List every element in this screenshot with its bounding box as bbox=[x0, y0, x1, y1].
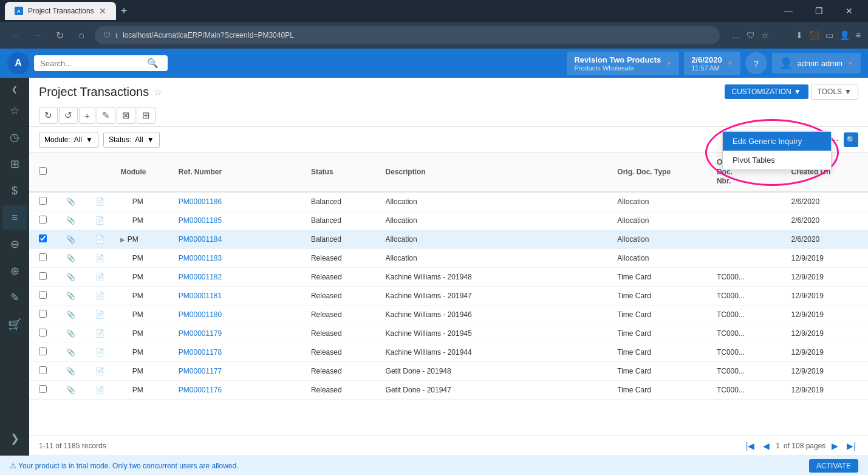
ref-link[interactable]: PM00001178 bbox=[179, 348, 222, 357]
ref-link[interactable]: PM00001186 bbox=[179, 197, 222, 206]
search-input[interactable] bbox=[40, 59, 143, 68]
col-header-desc[interactable]: Description bbox=[380, 153, 612, 192]
row-ref[interactable]: PM00001183 bbox=[173, 248, 305, 267]
bookmark-icon[interactable]: ☆ bbox=[761, 30, 769, 40]
date-selector[interactable]: 2/6/2020 11:57 AM ▼ bbox=[684, 52, 740, 75]
table-row[interactable]: 📎 📄 PM PM00001183 Released Allocation Al… bbox=[29, 248, 868, 267]
search-filter-icon[interactable]: 🔍 bbox=[844, 132, 858, 147]
tab-groups-icon[interactable]: ▭ bbox=[825, 30, 833, 40]
status-filter[interactable]: Status: All ▼ bbox=[103, 132, 160, 148]
row-checkbox[interactable] bbox=[39, 253, 47, 261]
ref-link[interactable]: PM00001179 bbox=[179, 329, 222, 338]
new-tab-button[interactable]: + bbox=[121, 5, 128, 18]
pivot-tables-item[interactable]: Pivot Tables bbox=[723, 151, 831, 169]
sidebar-collapse-top[interactable]: ❮ bbox=[9, 83, 20, 96]
row-ref[interactable]: PM00001179 bbox=[173, 324, 305, 343]
refresh-button[interactable]: ↻ bbox=[51, 27, 68, 44]
add-toolbar-button[interactable]: + bbox=[79, 108, 95, 124]
sidebar-item-transactions[interactable]: ≡ bbox=[2, 205, 27, 230]
row-checkbox-cell[interactable] bbox=[29, 192, 56, 211]
sidebar-item-shop[interactable]: 🛒 bbox=[2, 312, 27, 337]
more-dots-icon[interactable]: … bbox=[732, 30, 740, 40]
row-checkbox-cell[interactable] bbox=[29, 286, 56, 305]
browser-tab[interactable]: A Project Transactions ✕ bbox=[5, 2, 116, 20]
table-row[interactable]: 📎 📄 PM PM00001181 Released Kachine Willi… bbox=[29, 286, 868, 305]
col-header-status[interactable]: Status bbox=[305, 153, 380, 192]
row-ref[interactable]: PM00001181 bbox=[173, 286, 305, 305]
row-checkbox[interactable] bbox=[39, 385, 47, 393]
customization-button[interactable]: CUSTOMIZATION ▼ bbox=[725, 84, 808, 99]
row-checkbox[interactable] bbox=[39, 291, 47, 299]
download-icon[interactable]: ⬇ bbox=[796, 30, 803, 40]
undo-toolbar-button[interactable]: ↺ bbox=[59, 107, 78, 124]
row-ref[interactable]: PM00001185 bbox=[173, 211, 305, 230]
row-checkbox[interactable] bbox=[39, 234, 47, 242]
sidebar-expand-bottom[interactable]: ❯ bbox=[2, 426, 27, 451]
page-first-button[interactable]: |◀ bbox=[743, 440, 757, 452]
expand-icon[interactable]: ▶ bbox=[120, 236, 125, 243]
close-tab-button[interactable]: ✕ bbox=[99, 7, 106, 15]
row-checkbox-cell[interactable] bbox=[29, 343, 56, 361]
row-checkbox[interactable] bbox=[39, 310, 47, 318]
user-menu[interactable]: 👤 admin admin ▼ bbox=[772, 53, 861, 73]
app-logo[interactable]: A bbox=[7, 52, 29, 74]
company-selector[interactable]: Revision Two Products Products Wholesale… bbox=[567, 52, 679, 75]
data-table-container[interactable]: Module Ref. Number Status Description Or… bbox=[29, 153, 868, 436]
row-ref[interactable]: PM00001176 bbox=[173, 380, 305, 399]
fit-toolbar-button[interactable]: ⊠ bbox=[117, 107, 135, 124]
search-box[interactable]: 🔍 bbox=[34, 55, 168, 71]
col-header-module[interactable]: Module bbox=[114, 153, 172, 192]
col-header-origtype[interactable]: Orig. Doc. Type bbox=[611, 153, 711, 192]
row-checkbox-cell[interactable] bbox=[29, 267, 56, 286]
row-ref[interactable]: PM00001184 bbox=[173, 230, 305, 248]
edit-toolbar-button[interactable]: ✎ bbox=[97, 107, 115, 124]
row-ref[interactable]: PM00001186 bbox=[173, 192, 305, 211]
tools-button[interactable]: TOOLS ▼ bbox=[811, 84, 858, 100]
row-checkbox-cell[interactable] bbox=[29, 230, 56, 248]
row-checkbox[interactable] bbox=[39, 197, 47, 205]
page-next-button[interactable]: ▶ bbox=[829, 440, 841, 452]
sidebar-item-minus[interactable]: ⊖ bbox=[2, 232, 27, 256]
edit-generic-inquiry-item[interactable]: Edit Generic Inquiry bbox=[723, 132, 831, 151]
row-checkbox[interactable] bbox=[39, 366, 47, 374]
ref-link[interactable]: PM00001177 bbox=[179, 367, 222, 375]
minimize-button[interactable]: — bbox=[774, 0, 802, 22]
table-row[interactable]: 📎 📄 ▶ PM PM00001184 Balanced Allocation … bbox=[29, 230, 868, 248]
ref-link[interactable]: PM00001183 bbox=[179, 254, 222, 262]
table-row[interactable]: 📎 📄 PM PM00001177 Released Getit Done - … bbox=[29, 361, 868, 380]
row-checkbox-cell[interactable] bbox=[29, 211, 56, 230]
extensions-icon[interactable]: ⬛ bbox=[809, 30, 819, 40]
ref-link[interactable]: PM00001185 bbox=[179, 216, 222, 225]
row-checkbox-cell[interactable] bbox=[29, 248, 56, 267]
row-checkbox[interactable] bbox=[39, 347, 47, 355]
sidebar-item-time[interactable]: ◷ bbox=[2, 125, 27, 149]
row-checkbox-cell[interactable] bbox=[29, 324, 56, 343]
favorite-star-icon[interactable]: ☆ bbox=[154, 86, 162, 98]
sidebar-item-favorites[interactable]: ☆ bbox=[2, 98, 27, 123]
table-row[interactable]: 📎 📄 PM PM00001186 Balanced Allocation Al… bbox=[29, 192, 868, 211]
row-checkbox-cell[interactable] bbox=[29, 305, 56, 324]
shield-check-icon[interactable]: 🛡 bbox=[747, 30, 755, 40]
row-checkbox-cell[interactable] bbox=[29, 361, 56, 380]
row-checkbox-cell[interactable] bbox=[29, 380, 56, 399]
ref-link[interactable]: PM00001180 bbox=[179, 310, 222, 319]
table-row[interactable]: 📎 📄 PM PM00001182 Released Kachine Willi… bbox=[29, 267, 868, 286]
restore-button[interactable]: ❐ bbox=[805, 0, 833, 22]
row-ref[interactable]: PM00001180 bbox=[173, 305, 305, 324]
export-toolbar-button[interactable]: ⊞ bbox=[137, 107, 155, 124]
row-ref[interactable]: PM00001177 bbox=[173, 361, 305, 380]
refresh-toolbar-button[interactable]: ↻ bbox=[39, 107, 58, 124]
module-filter[interactable]: Module: All ▼ bbox=[39, 132, 98, 148]
row-checkbox[interactable] bbox=[39, 216, 47, 224]
ref-link[interactable]: PM00001181 bbox=[179, 292, 222, 300]
row-checkbox[interactable] bbox=[39, 329, 47, 337]
table-row[interactable]: 📎 📄 PM PM00001179 Released Kachine Willi… bbox=[29, 324, 868, 343]
select-all-checkbox[interactable] bbox=[39, 167, 47, 175]
ref-link[interactable]: PM00001182 bbox=[179, 273, 222, 281]
sidebar-item-plus[interactable]: ⊕ bbox=[2, 259, 27, 283]
sidebar-item-edit[interactable]: ✎ bbox=[2, 285, 27, 310]
sidebar-item-dashboard[interactable]: ⊞ bbox=[2, 152, 27, 176]
col-header-ref[interactable]: Ref. Number bbox=[173, 153, 305, 192]
activate-button[interactable]: ACTIVATE bbox=[809, 459, 858, 473]
table-row[interactable]: 📎 📄 PM PM00001185 Balanced Allocation Al… bbox=[29, 211, 868, 230]
